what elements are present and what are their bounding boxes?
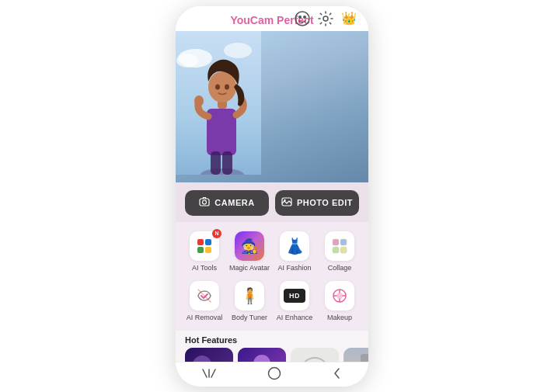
svg-line-47 xyxy=(203,369,207,377)
person-figure xyxy=(176,31,261,175)
ai-enhance-icon-wrap: HD xyxy=(280,281,309,310)
svg-rect-10 xyxy=(211,151,221,175)
tool-magic-avatar[interactable]: 🧙 Magic Avatar xyxy=(227,227,272,276)
tool-ai-fashion[interactable]: 👗 AI Fashion xyxy=(272,227,317,276)
tool-ai-enhance[interactable]: HD AI Enhance xyxy=(272,276,317,326)
makeup-label: Makeup xyxy=(327,314,352,321)
camera-icon xyxy=(199,196,210,210)
top-icons: 👑 xyxy=(294,10,357,27)
tool-ai-tools[interactable]: N AI Tools xyxy=(182,227,227,276)
outer-frame: YouCam Perfect xyxy=(0,0,544,392)
hot-feature-2[interactable] xyxy=(238,348,286,362)
action-row: CAMERA PHOTO EDIT xyxy=(176,182,368,222)
hot-features-label: Hot Features xyxy=(176,331,368,348)
svg-point-1 xyxy=(298,16,302,19)
svg-rect-24 xyxy=(205,247,211,253)
svg-rect-17 xyxy=(200,199,209,206)
body-tuner-label: Body Tuner xyxy=(232,314,267,321)
svg-rect-22 xyxy=(205,239,211,245)
svg-point-18 xyxy=(203,200,207,204)
new-badge: N xyxy=(212,229,221,238)
svg-point-6 xyxy=(176,54,198,68)
ai-fashion-label: AI Fashion xyxy=(277,264,311,272)
phone-container: YouCam Perfect xyxy=(176,6,368,387)
ai-tools-label: AI Tools xyxy=(192,264,217,272)
hero-area xyxy=(176,31,368,182)
tool-makeup[interactable]: Makeup xyxy=(317,276,362,326)
svg-rect-26 xyxy=(340,239,347,245)
photo-edit-icon xyxy=(281,196,292,210)
crown-icon[interactable]: 👑 xyxy=(340,10,357,27)
svg-point-2 xyxy=(303,16,306,19)
svg-rect-27 xyxy=(333,247,339,253)
magic-avatar-bg: 🧙 xyxy=(235,231,264,261)
collage-label: Collage xyxy=(328,264,352,272)
body-tuner-icon-wrap: 🧍 xyxy=(235,281,264,310)
hot-features-scroll xyxy=(176,348,368,362)
home-nav-icon[interactable] xyxy=(267,366,281,383)
svg-point-50 xyxy=(268,367,280,379)
svg-rect-25 xyxy=(333,239,339,245)
effects-icon[interactable] xyxy=(294,10,311,27)
svg-rect-42 xyxy=(361,354,368,362)
svg-point-0 xyxy=(295,12,309,26)
tool-ai-removal[interactable]: AI Removal xyxy=(182,276,227,326)
svg-point-15 xyxy=(225,84,229,89)
svg-point-20 xyxy=(284,199,285,200)
ai-tools-icon-wrap: N xyxy=(190,231,219,261)
collage-icon-wrap xyxy=(325,231,354,261)
title-youcam: YouCam xyxy=(230,14,274,26)
back-nav-icon[interactable] xyxy=(332,366,343,383)
settings-icon[interactable] xyxy=(317,10,334,27)
svg-point-16 xyxy=(194,95,204,106)
svg-point-3 xyxy=(323,16,328,21)
hot-feature-1[interactable] xyxy=(185,348,233,362)
hot-feature-3[interactable] xyxy=(291,348,339,362)
svg-point-30 xyxy=(337,293,343,299)
makeup-icon-wrap xyxy=(325,281,354,310)
magic-avatar-label: Magic Avatar xyxy=(229,264,270,272)
svg-rect-21 xyxy=(197,239,204,245)
tools-grid: N AI Tools 🧙 Magic Avatar 👗 xyxy=(176,222,368,331)
svg-point-14 xyxy=(215,84,220,89)
photo-edit-label: PHOTO EDIT xyxy=(297,198,353,207)
hot-feature-4[interactable] xyxy=(343,348,368,362)
camera-button[interactable]: CAMERA xyxy=(185,190,269,216)
top-bar: YouCam Perfect xyxy=(176,6,368,31)
ai-removal-icon-wrap xyxy=(190,281,219,310)
svg-rect-28 xyxy=(340,247,347,253)
svg-rect-38 xyxy=(291,348,339,362)
ai-fashion-icon-wrap: 👗 xyxy=(280,231,309,261)
tool-body-tuner[interactable]: 🧍 Body Tuner xyxy=(227,276,272,326)
svg-line-49 xyxy=(211,369,215,377)
photo-edit-button[interactable]: PHOTO EDIT xyxy=(275,190,359,216)
svg-point-7 xyxy=(224,43,252,58)
svg-rect-11 xyxy=(222,151,232,175)
magic-avatar-icon-wrap: 🧙 xyxy=(235,231,264,261)
menu-nav-icon[interactable] xyxy=(201,368,217,381)
main-content: CAMERA PHOTO EDIT xyxy=(176,182,368,362)
ai-removal-label: AI Removal xyxy=(187,314,223,321)
bottom-nav xyxy=(176,362,368,387)
svg-rect-23 xyxy=(197,247,204,253)
tool-collage[interactable]: Collage xyxy=(317,227,362,276)
ai-enhance-label: AI Enhance xyxy=(277,314,313,321)
camera-label: CAMERA xyxy=(214,198,254,207)
